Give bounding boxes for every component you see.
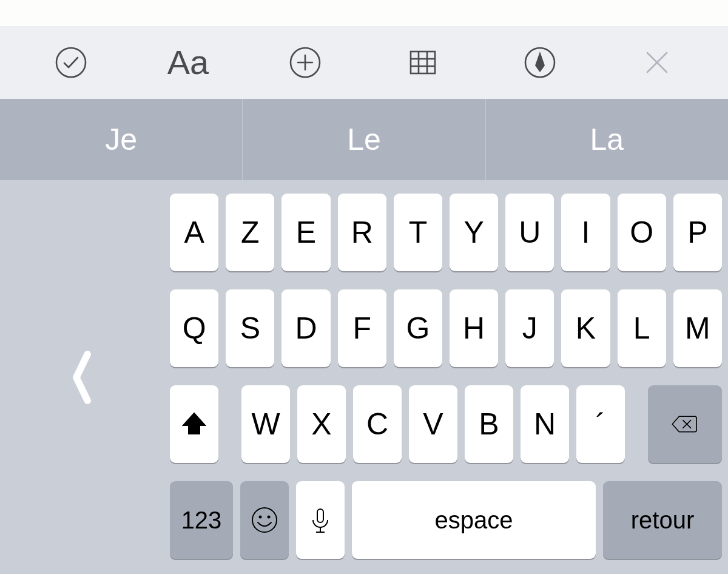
- key-p[interactable]: P: [673, 194, 722, 271]
- key-x[interactable]: X: [297, 385, 346, 463]
- key-t[interactable]: T: [394, 194, 442, 271]
- chevron-left-icon: [67, 344, 97, 411]
- key-a[interactable]: A: [170, 194, 218, 271]
- key-z[interactable]: Z: [226, 194, 274, 271]
- svg-point-6: [268, 516, 271, 519]
- key-k[interactable]: K: [561, 289, 610, 367]
- space-key[interactable]: espace: [352, 481, 596, 559]
- svg-rect-2: [411, 52, 435, 73]
- keyboard-shift-zone[interactable]: [0, 180, 164, 574]
- key-row-4: 123 espace retour: [170, 481, 722, 559]
- prediction-3[interactable]: La: [486, 99, 728, 180]
- emoji-icon: [250, 505, 279, 535]
- content-area: [0, 0, 728, 26]
- key-e[interactable]: E: [281, 194, 330, 271]
- pen-circle-icon: [523, 46, 557, 79]
- checklist-button[interactable]: [47, 38, 95, 87]
- editor-toolbar: Aa: [0, 26, 728, 99]
- key-o[interactable]: O: [618, 194, 666, 271]
- close-icon: [640, 46, 674, 79]
- svg-rect-7: [317, 509, 323, 522]
- key-m[interactable]: M: [673, 289, 722, 367]
- table-icon: [406, 46, 440, 79]
- dictation-key[interactable]: [296, 481, 345, 559]
- key-row-1: A Z E R T Y U I O P: [170, 194, 722, 271]
- plus-circle-icon: [288, 46, 322, 79]
- key-s[interactable]: S: [226, 289, 274, 367]
- key-j[interactable]: J: [505, 289, 554, 367]
- svg-point-4: [252, 508, 277, 532]
- text-format-button[interactable]: Aa: [164, 38, 212, 87]
- key-l[interactable]: L: [618, 289, 666, 367]
- key-q[interactable]: Q: [170, 289, 218, 367]
- check-circle-icon: [54, 46, 88, 79]
- key-accent[interactable]: ´: [576, 385, 625, 463]
- predictive-bar: Je Le La: [0, 99, 728, 180]
- backspace-key[interactable]: [648, 385, 722, 463]
- key-row-2: Q S D F G H J K L M: [170, 289, 722, 367]
- prediction-1[interactable]: Je: [0, 99, 243, 180]
- key-w[interactable]: W: [241, 385, 290, 463]
- key-c[interactable]: C: [353, 385, 402, 463]
- microphone-icon: [306, 505, 335, 535]
- aa-icon: Aa: [167, 46, 209, 79]
- key-r[interactable]: R: [338, 194, 386, 271]
- numbers-key[interactable]: 123: [170, 481, 233, 559]
- return-key[interactable]: retour: [603, 481, 722, 559]
- draw-button[interactable]: [516, 38, 564, 87]
- close-button[interactable]: [633, 38, 681, 87]
- key-y[interactable]: Y: [450, 194, 498, 271]
- svg-point-0: [56, 48, 86, 77]
- shift-icon: [180, 410, 209, 439]
- table-button[interactable]: [399, 38, 447, 87]
- key-i[interactable]: I: [561, 194, 610, 271]
- prediction-2[interactable]: Le: [243, 99, 485, 180]
- key-v[interactable]: V: [409, 385, 457, 463]
- key-g[interactable]: G: [394, 289, 442, 367]
- backspace-icon: [670, 410, 699, 439]
- key-row-3: W X C V B N ´: [170, 385, 722, 463]
- keyboard: A Z E R T Y U I O P Q S D F G H J K L M: [0, 180, 728, 574]
- add-button[interactable]: [281, 38, 329, 87]
- emoji-key[interactable]: [240, 481, 289, 559]
- key-u[interactable]: U: [505, 194, 554, 271]
- key-h[interactable]: H: [450, 289, 498, 367]
- svg-point-5: [259, 516, 262, 519]
- key-b[interactable]: B: [465, 385, 513, 463]
- key-d[interactable]: D: [281, 289, 330, 367]
- shift-key[interactable]: [170, 385, 218, 463]
- key-n[interactable]: N: [521, 385, 569, 463]
- key-f[interactable]: F: [338, 289, 386, 367]
